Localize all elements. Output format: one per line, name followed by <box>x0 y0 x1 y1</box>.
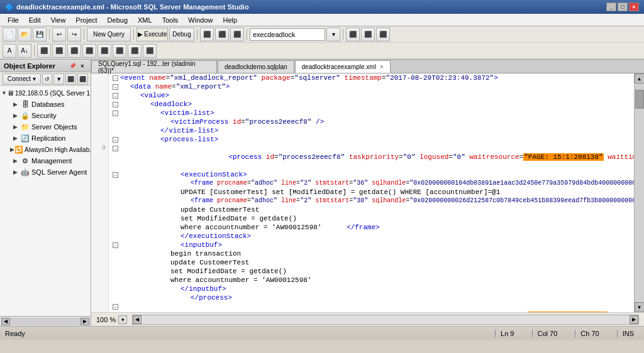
tbtn-2[interactable]: A↓ <box>18 44 31 58</box>
menu-debug[interactable]: Debug <box>103 14 133 26</box>
code-row-16: where accountnumber = 'AW00012598' </fra… <box>111 223 634 232</box>
tbtn-4[interactable]: ⬛ <box>52 44 66 58</box>
expand-col-18: - <box>111 241 120 249</box>
oe-new-btn[interactable]: ⬛ <box>65 73 76 85</box>
minimize-button[interactable]: _ <box>606 3 616 11</box>
tree-item-agent[interactable]: ▶ 🤖 SQL Server Agent <box>0 166 91 178</box>
tree-item-server[interactable]: ▼ 🖥 192.168.0.5 (SQL Server 11...) <box>0 87 91 99</box>
btn-d[interactable]: ⬛ <box>346 28 360 41</box>
zoom-dropdown[interactable]: ▾ <box>118 315 127 324</box>
tbtn-1[interactable]: A <box>3 44 16 58</box>
tree-item-alwayson[interactable]: ▶ 🔁 AlwaysOn High Availab... <box>0 144 91 155</box>
menu-xml[interactable]: XML <box>133 14 157 26</box>
collapse-5[interactable]: - <box>113 111 118 116</box>
btn-e[interactable]: ⬛ <box>361 28 375 41</box>
collapse-8[interactable]: - <box>113 137 118 143</box>
tab-xml-close[interactable]: × <box>380 63 384 70</box>
collapse-3[interactable]: - <box>113 93 118 99</box>
code-body[interactable]: - <event name="xml_deadlock_report" pack… <box>109 73 634 312</box>
ln-5 <box>91 109 106 117</box>
tbtn-6[interactable]: ⬛ <box>82 44 96 58</box>
menu-tools[interactable]: Tools <box>157 14 184 26</box>
pin-button[interactable]: 📌 <box>68 62 77 70</box>
title-bar-controls[interactable]: _ □ × <box>606 3 639 11</box>
tree-item-databases[interactable]: ▶ 🗄 Databases <box>0 99 91 110</box>
tree-item-management[interactable]: ▶ ⚙ Management <box>0 155 91 166</box>
tree-item-server-objects[interactable]: ▶ 📁 Server Objects <box>0 121 91 133</box>
code-line-25: <process id="processeada10c8" taskpriori… <box>120 302 634 312</box>
maximize-button[interactable]: □ <box>618 3 628 11</box>
panel-close-btn[interactable]: × <box>78 62 87 70</box>
sep3 <box>133 29 134 40</box>
collapse-4[interactable]: - <box>113 102 118 107</box>
oe-filter-btn[interactable]: ▼ <box>53 73 64 85</box>
menu-project[interactable]: Project <box>70 14 102 26</box>
expand-icon-agent[interactable]: ▶ <box>10 167 20 177</box>
h-scroll-left[interactable]: ◀ <box>133 315 142 324</box>
scroll-up-btn[interactable]: ▲ <box>635 73 645 84</box>
expand-icon-alwayson[interactable]: ▶ <box>10 144 14 155</box>
oe-scroll-left[interactable]: ◀ <box>1 318 10 325</box>
tbtn-9[interactable]: ⬛ <box>128 44 142 58</box>
tab-sqlquery[interactable]: SQLQuery1.sql - 192...ter (sladmin (63))… <box>91 60 217 73</box>
btn-b[interactable]: ⬛ <box>215 28 229 41</box>
expand-icon-replication[interactable]: ▶ <box>10 133 20 143</box>
new-query-btn[interactable]: New Query <box>87 28 131 41</box>
undo-btn[interactable]: ↩ <box>52 28 66 41</box>
collapse-10[interactable]: - <box>113 172 118 178</box>
toolbar-row-2: A A↓ ⬛ ⬛ ⬛ ⬛ ⬛ ⬛ ⬛ ⬛ <box>0 43 644 59</box>
menu-file[interactable]: File <box>3 14 24 26</box>
tab-sqlplan[interactable]: deadlockdemo.sqlplan <box>218 60 294 73</box>
tree-item-security[interactable]: ▶ 🔒 Security <box>0 110 91 121</box>
expand-icon-server-objects[interactable]: ▶ <box>10 122 20 132</box>
tbtn-8[interactable]: ⬛ <box>113 44 126 58</box>
menu-help[interactable]: Help <box>218 14 242 26</box>
btn-c[interactable]: ⬛ <box>230 28 244 41</box>
close-button[interactable]: × <box>629 3 639 11</box>
expand-icon-security[interactable]: ▶ <box>10 111 20 121</box>
exec-combo[interactable] <box>250 28 325 41</box>
collapse-2[interactable]: - <box>113 84 118 90</box>
expand-col-13 <box>111 197 120 205</box>
btn-f[interactable]: ⬛ <box>376 28 390 41</box>
redo-btn[interactable]: ↪ <box>67 28 81 41</box>
oe-scrollbar[interactable]: ◀ ▶ <box>0 316 91 326</box>
debug-btn[interactable]: Debug <box>169 28 194 41</box>
open-btn[interactable]: 📂 <box>18 28 31 41</box>
btn-a[interactable]: ⬛ <box>200 28 214 41</box>
tbtn-3[interactable]: ⬛ <box>37 44 51 58</box>
collapse-25[interactable]: - <box>113 304 118 310</box>
ln-3 <box>91 91 106 100</box>
collapse-1[interactable]: - <box>113 75 118 81</box>
scroll-down-btn[interactable]: ▼ <box>635 302 645 312</box>
expand-icon-server[interactable]: ▼ <box>1 88 7 98</box>
scroll-thumb[interactable] <box>635 90 644 109</box>
menu-window[interactable]: Window <box>183 14 218 26</box>
combo-drop[interactable]: ▾ <box>326 28 340 41</box>
alwayson-label: AlwaysOn High Availab... <box>25 146 91 153</box>
ln-21 <box>91 249 106 258</box>
oe-scroll-right[interactable]: ▶ <box>80 318 89 325</box>
expand-icon-databases[interactable]: ▶ <box>10 99 20 109</box>
menu-edit[interactable]: Edit <box>24 14 46 26</box>
h-scrollbar[interactable]: ◀ ▶ <box>132 315 639 325</box>
connect-btn[interactable]: Connect ▾ <box>3 73 41 85</box>
oe-report-btn[interactable]: ⬛ <box>77 73 88 85</box>
tbtn-10[interactable]: ⬛ <box>143 44 157 58</box>
save-btn[interactable]: 💾 <box>33 28 47 41</box>
h-scroll-right[interactable]: ▶ <box>630 315 638 324</box>
expand-icon-management[interactable]: ▶ <box>10 156 20 166</box>
tab-xml[interactable]: deadlocktraceexample.xml × <box>295 60 391 73</box>
oe-refresh-btn[interactable]: ↺ <box>42 73 53 85</box>
tree-item-replication[interactable]: ▶ 🔄 Replication <box>0 133 91 144</box>
new-file-btn[interactable]: 📄 <box>3 28 16 41</box>
code-line-16: where accountnumber = 'AW00012598' </fra… <box>120 223 380 232</box>
tbtn-7[interactable]: ⬛ <box>97 44 111 58</box>
scroll-track[interactable] <box>635 84 645 302</box>
editor-inner[interactable]: 9 <box>91 73 634 312</box>
tbtn-5[interactable]: ⬛ <box>67 44 81 58</box>
collapse-18[interactable]: - <box>113 242 118 248</box>
menu-view[interactable]: View <box>46 14 71 26</box>
collapse-9[interactable]: - <box>113 146 118 151</box>
execute-btn[interactable]: ▶ Execute <box>136 28 168 41</box>
